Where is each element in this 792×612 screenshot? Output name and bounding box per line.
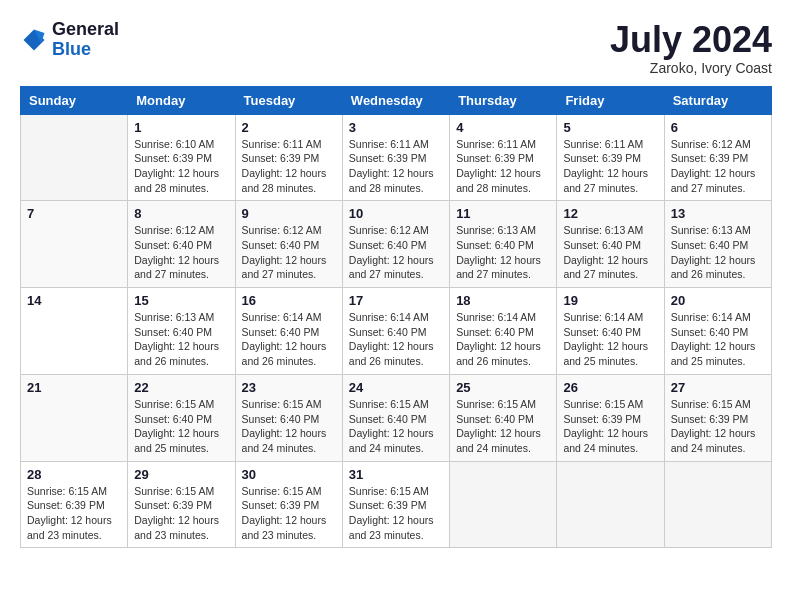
day-number: 11 xyxy=(456,206,550,221)
day-number: 31 xyxy=(349,467,443,482)
calendar-cell: 26Sunrise: 6:15 AM Sunset: 6:39 PM Dayli… xyxy=(557,374,664,461)
day-info: Sunrise: 6:12 AM Sunset: 6:40 PM Dayligh… xyxy=(134,223,228,282)
day-info: Sunrise: 6:10 AM Sunset: 6:39 PM Dayligh… xyxy=(134,137,228,196)
calendar-cell xyxy=(21,114,128,201)
calendar-cell: 12Sunrise: 6:13 AM Sunset: 6:40 PM Dayli… xyxy=(557,201,664,288)
calendar-cell: 22Sunrise: 6:15 AM Sunset: 6:40 PM Dayli… xyxy=(128,374,235,461)
calendar-cell: 15Sunrise: 6:13 AM Sunset: 6:40 PM Dayli… xyxy=(128,288,235,375)
calendar-cell: 14 xyxy=(21,288,128,375)
day-number: 29 xyxy=(134,467,228,482)
calendar-cell: 29Sunrise: 6:15 AM Sunset: 6:39 PM Dayli… xyxy=(128,461,235,548)
calendar-week-row: 1Sunrise: 6:10 AM Sunset: 6:39 PM Daylig… xyxy=(21,114,772,201)
day-number: 24 xyxy=(349,380,443,395)
calendar-cell: 31Sunrise: 6:15 AM Sunset: 6:39 PM Dayli… xyxy=(342,461,449,548)
day-number: 27 xyxy=(671,380,765,395)
day-number: 19 xyxy=(563,293,657,308)
calendar-cell: 28Sunrise: 6:15 AM Sunset: 6:39 PM Dayli… xyxy=(21,461,128,548)
day-info: Sunrise: 6:15 AM Sunset: 6:39 PM Dayligh… xyxy=(134,484,228,543)
day-info: Sunrise: 6:14 AM Sunset: 6:40 PM Dayligh… xyxy=(563,310,657,369)
day-info: Sunrise: 6:15 AM Sunset: 6:39 PM Dayligh… xyxy=(563,397,657,456)
calendar-cell xyxy=(557,461,664,548)
day-info: Sunrise: 6:15 AM Sunset: 6:39 PM Dayligh… xyxy=(242,484,336,543)
logo-icon xyxy=(20,26,48,54)
calendar-cell: 16Sunrise: 6:14 AM Sunset: 6:40 PM Dayli… xyxy=(235,288,342,375)
calendar-week-row: 28Sunrise: 6:15 AM Sunset: 6:39 PM Dayli… xyxy=(21,461,772,548)
calendar-cell: 30Sunrise: 6:15 AM Sunset: 6:39 PM Dayli… xyxy=(235,461,342,548)
logo-text: General Blue xyxy=(52,20,119,60)
calendar-cell: 10Sunrise: 6:12 AM Sunset: 6:40 PM Dayli… xyxy=(342,201,449,288)
calendar-cell: 9Sunrise: 6:12 AM Sunset: 6:40 PM Daylig… xyxy=(235,201,342,288)
day-info: Sunrise: 6:11 AM Sunset: 6:39 PM Dayligh… xyxy=(456,137,550,196)
day-number: 22 xyxy=(134,380,228,395)
day-number: 6 xyxy=(671,120,765,135)
calendar-cell: 18Sunrise: 6:14 AM Sunset: 6:40 PM Dayli… xyxy=(450,288,557,375)
column-header-thursday: Thursday xyxy=(450,86,557,114)
day-info: Sunrise: 6:15 AM Sunset: 6:39 PM Dayligh… xyxy=(27,484,121,543)
day-info: Sunrise: 6:13 AM Sunset: 6:40 PM Dayligh… xyxy=(456,223,550,282)
day-info: Sunrise: 6:13 AM Sunset: 6:40 PM Dayligh… xyxy=(671,223,765,282)
day-number: 7 xyxy=(27,206,121,221)
day-number: 10 xyxy=(349,206,443,221)
day-number: 17 xyxy=(349,293,443,308)
day-number: 20 xyxy=(671,293,765,308)
calendar-cell: 24Sunrise: 6:15 AM Sunset: 6:40 PM Dayli… xyxy=(342,374,449,461)
day-info: Sunrise: 6:13 AM Sunset: 6:40 PM Dayligh… xyxy=(563,223,657,282)
day-number: 9 xyxy=(242,206,336,221)
calendar-week-row: 1415Sunrise: 6:13 AM Sunset: 6:40 PM Day… xyxy=(21,288,772,375)
day-info: Sunrise: 6:15 AM Sunset: 6:40 PM Dayligh… xyxy=(242,397,336,456)
day-info: Sunrise: 6:15 AM Sunset: 6:39 PM Dayligh… xyxy=(349,484,443,543)
calendar-cell: 27Sunrise: 6:15 AM Sunset: 6:39 PM Dayli… xyxy=(664,374,771,461)
calendar-cell: 2Sunrise: 6:11 AM Sunset: 6:39 PM Daylig… xyxy=(235,114,342,201)
day-info: Sunrise: 6:15 AM Sunset: 6:40 PM Dayligh… xyxy=(134,397,228,456)
column-header-tuesday: Tuesday xyxy=(235,86,342,114)
day-info: Sunrise: 6:11 AM Sunset: 6:39 PM Dayligh… xyxy=(349,137,443,196)
header: General Blue July 2024 Zaroko, Ivory Coa… xyxy=(20,20,772,76)
calendar-cell: 6Sunrise: 6:12 AM Sunset: 6:39 PM Daylig… xyxy=(664,114,771,201)
calendar-cell: 1Sunrise: 6:10 AM Sunset: 6:39 PM Daylig… xyxy=(128,114,235,201)
logo: General Blue xyxy=(20,20,119,60)
day-number: 1 xyxy=(134,120,228,135)
day-info: Sunrise: 6:14 AM Sunset: 6:40 PM Dayligh… xyxy=(242,310,336,369)
day-info: Sunrise: 6:14 AM Sunset: 6:40 PM Dayligh… xyxy=(349,310,443,369)
calendar-cell: 17Sunrise: 6:14 AM Sunset: 6:40 PM Dayli… xyxy=(342,288,449,375)
title-area: July 2024 Zaroko, Ivory Coast xyxy=(610,20,772,76)
day-number: 21 xyxy=(27,380,121,395)
calendar-cell: 8Sunrise: 6:12 AM Sunset: 6:40 PM Daylig… xyxy=(128,201,235,288)
day-info: Sunrise: 6:12 AM Sunset: 6:39 PM Dayligh… xyxy=(671,137,765,196)
calendar-cell: 21 xyxy=(21,374,128,461)
day-number: 2 xyxy=(242,120,336,135)
month-title: July 2024 xyxy=(610,20,772,60)
day-number: 28 xyxy=(27,467,121,482)
day-number: 4 xyxy=(456,120,550,135)
day-info: Sunrise: 6:11 AM Sunset: 6:39 PM Dayligh… xyxy=(242,137,336,196)
day-info: Sunrise: 6:15 AM Sunset: 6:40 PM Dayligh… xyxy=(456,397,550,456)
day-number: 14 xyxy=(27,293,121,308)
calendar-cell xyxy=(664,461,771,548)
day-number: 30 xyxy=(242,467,336,482)
day-number: 18 xyxy=(456,293,550,308)
location-subtitle: Zaroko, Ivory Coast xyxy=(610,60,772,76)
calendar-cell: 7 xyxy=(21,201,128,288)
calendar-cell: 23Sunrise: 6:15 AM Sunset: 6:40 PM Dayli… xyxy=(235,374,342,461)
day-number: 12 xyxy=(563,206,657,221)
day-number: 5 xyxy=(563,120,657,135)
logo-blue-text: Blue xyxy=(52,39,91,59)
calendar-header-row: SundayMondayTuesdayWednesdayThursdayFrid… xyxy=(21,86,772,114)
day-info: Sunrise: 6:14 AM Sunset: 6:40 PM Dayligh… xyxy=(456,310,550,369)
column-header-sunday: Sunday xyxy=(21,86,128,114)
day-info: Sunrise: 6:15 AM Sunset: 6:40 PM Dayligh… xyxy=(349,397,443,456)
logo-general-text: General xyxy=(52,19,119,39)
calendar-cell: 5Sunrise: 6:11 AM Sunset: 6:39 PM Daylig… xyxy=(557,114,664,201)
day-number: 3 xyxy=(349,120,443,135)
calendar-cell: 25Sunrise: 6:15 AM Sunset: 6:40 PM Dayli… xyxy=(450,374,557,461)
calendar-cell xyxy=(450,461,557,548)
day-number: 13 xyxy=(671,206,765,221)
calendar-cell: 4Sunrise: 6:11 AM Sunset: 6:39 PM Daylig… xyxy=(450,114,557,201)
day-number: 26 xyxy=(563,380,657,395)
calendar-cell: 3Sunrise: 6:11 AM Sunset: 6:39 PM Daylig… xyxy=(342,114,449,201)
column-header-wednesday: Wednesday xyxy=(342,86,449,114)
column-header-friday: Friday xyxy=(557,86,664,114)
day-info: Sunrise: 6:11 AM Sunset: 6:39 PM Dayligh… xyxy=(563,137,657,196)
calendar-cell: 20Sunrise: 6:14 AM Sunset: 6:40 PM Dayli… xyxy=(664,288,771,375)
calendar-week-row: 2122Sunrise: 6:15 AM Sunset: 6:40 PM Day… xyxy=(21,374,772,461)
